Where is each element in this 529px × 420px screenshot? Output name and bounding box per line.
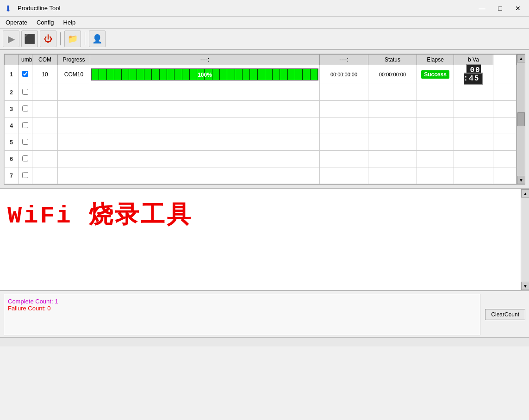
table-area: umb· COM Progress ----: ----: Status Ela… (0, 50, 529, 189)
row-elapsed (454, 101, 493, 117)
row-elapsed (454, 134, 493, 151)
row-status (417, 117, 454, 134)
play-button[interactable]: ▶ (3, 31, 19, 47)
row-progress-cell (90, 84, 320, 101)
row-status (417, 84, 454, 101)
app-icon: ⬇ (5, 4, 14, 13)
col-header-com: COM (32, 55, 58, 65)
row-device-number (32, 134, 58, 151)
row-elapsed (454, 84, 493, 101)
scroll-up-arrow[interactable]: ▲ (517, 54, 525, 62)
display-panel: WiFi 烧录工具 ▲ ▼ (0, 189, 529, 291)
col-header-status: Status (368, 55, 417, 65)
row-time1 (320, 84, 368, 101)
power-icon: ⏻ (44, 34, 52, 44)
display-panel-scrollbar[interactable]: ▲ ▼ (521, 189, 529, 290)
title-bar: ⬇ Productline Tool — □ ✕ (0, 0, 529, 17)
row-elapsed (454, 151, 493, 167)
row-checkbox[interactable] (22, 89, 28, 95)
row-checkbox[interactable] (22, 71, 28, 77)
minimize-button[interactable]: — (475, 4, 489, 13)
row-time2: 00:00:00:00 (368, 65, 417, 84)
status-badge: Success (421, 70, 449, 79)
row-checkbox-cell[interactable] (19, 65, 32, 84)
close-button[interactable]: ✕ (511, 4, 524, 13)
menu-operate[interactable]: Operate (2, 18, 31, 27)
row-checkbox[interactable] (22, 172, 28, 178)
row-com-port: COM10 (58, 65, 90, 84)
row-progress-cell (90, 134, 320, 151)
row-number-cell: 6 (5, 151, 19, 167)
table-row: 2 (5, 84, 517, 101)
menu-help[interactable]: Help (60, 18, 80, 27)
row-time2 (368, 134, 417, 151)
failure-count: Failure Count: 0 (8, 305, 476, 312)
scroll-down-arrow[interactable]: ▼ (517, 176, 525, 184)
display-scroll-up[interactable]: ▲ (521, 189, 529, 198)
row-checkbox[interactable] (22, 139, 28, 145)
row-checkbox-cell[interactable] (19, 101, 32, 117)
play-icon: ▶ (8, 33, 15, 44)
row-checkbox-cell[interactable] (19, 84, 32, 101)
table-row: 3 (5, 101, 517, 117)
main-content: umb· COM Progress ----: ----: Status Ela… (0, 50, 529, 420)
row-bval (493, 117, 517, 134)
row-checkbox[interactable] (22, 122, 28, 128)
row-number-cell: 4 (5, 117, 19, 134)
title-text: Productline Tool (18, 5, 60, 12)
col-header-time1: ----: (90, 55, 320, 65)
row-checkbox-cell[interactable] (19, 117, 32, 134)
row-time1 (320, 167, 368, 184)
folder-button[interactable]: 📁 (64, 31, 81, 47)
row-bval (493, 134, 517, 151)
row-com-port (58, 117, 90, 134)
row-time2 (368, 151, 417, 167)
stop-button[interactable]: ⬛ (21, 31, 38, 47)
row-status (417, 167, 454, 184)
progress-label: 100% (92, 69, 318, 80)
row-checkbox-cell[interactable] (19, 151, 32, 167)
row-status (417, 101, 454, 117)
table-scrollbar[interactable]: ▲ ▼ (517, 54, 525, 184)
row-checkbox[interactable] (22, 105, 28, 111)
clear-count-button[interactable]: ClearCount (485, 309, 525, 320)
progress-bar-container: 100% (91, 68, 318, 80)
display-scroll-down[interactable]: ▼ (521, 282, 529, 290)
row-time1 (320, 117, 368, 134)
row-progress-cell (90, 101, 320, 117)
table-body: 110COM10100%00:00:00:0000:00:00:00Succes… (5, 65, 517, 184)
menu-config[interactable]: Config (33, 18, 58, 27)
row-time2 (368, 101, 417, 117)
table-row: 7 (5, 167, 517, 184)
maximize-button[interactable]: □ (495, 4, 506, 13)
row-time1 (320, 101, 368, 117)
row-com-port (58, 151, 90, 167)
log-text: Complete Count: 1 Failure Count: 0 (8, 298, 476, 312)
row-status (417, 151, 454, 167)
power-button[interactable]: ⏻ (40, 31, 56, 47)
col-header-time2: ----: (320, 55, 368, 65)
row-com-port (58, 167, 90, 184)
log-container: Complete Count: 1 Failure Count: 0 Clear… (4, 294, 525, 335)
elapsed-display: 00 :45 (464, 64, 484, 85)
row-number-cell: 7 (5, 167, 19, 184)
stop-icon: ⬛ (24, 33, 36, 44)
row-checkbox-cell[interactable] (19, 167, 32, 184)
row-number-cell: 1 (5, 65, 19, 84)
menu-bar: Operate Config Help (0, 17, 529, 29)
row-device-number (32, 151, 58, 167)
user-button[interactable]: 👤 (89, 31, 106, 47)
row-time1 (320, 151, 368, 167)
scroll-thumb[interactable] (517, 112, 525, 126)
table-header-row: umb· COM Progress ----: ----: Status Ela… (5, 55, 517, 65)
row-time1: 00:00:00:00 (320, 65, 368, 84)
row-checkbox[interactable] (22, 155, 28, 161)
title-controls: — □ ✕ (475, 4, 524, 13)
row-progress-cell (90, 117, 320, 134)
row-checkbox-cell[interactable] (19, 134, 32, 151)
row-bval (493, 167, 517, 184)
row-status (417, 134, 454, 151)
complete-count: Complete Count: 1 (8, 298, 476, 305)
row-status: Success (417, 65, 454, 84)
row-number-cell: 3 (5, 101, 19, 117)
